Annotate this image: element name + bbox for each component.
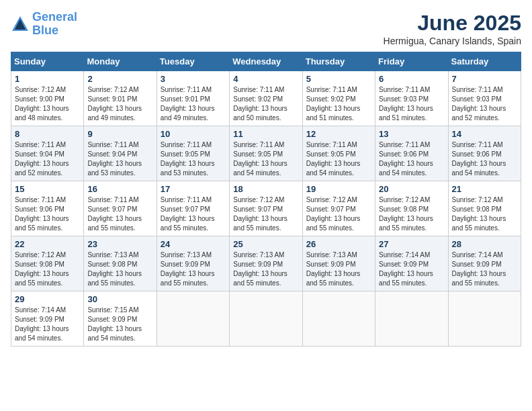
day-number: 6 [379, 74, 444, 84]
day-info: Sunrise: 7:11 AM Sunset: 9:07 PM Dayligh… [161, 195, 226, 233]
logo-text: General Blue [32, 11, 77, 38]
header-cell-tuesday: Tuesday [157, 52, 229, 71]
day-number: 8 [15, 129, 80, 139]
day-number: 7 [452, 74, 517, 84]
day-cell: 15 Sunrise: 7:11 AM Sunset: 9:06 PM Dayl… [11, 181, 84, 236]
week-row-3: 15 Sunrise: 7:11 AM Sunset: 9:06 PM Dayl… [11, 181, 521, 236]
day-cell: 11 Sunrise: 7:11 AM Sunset: 9:05 PM Dayl… [230, 126, 302, 181]
day-info: Sunrise: 7:11 AM Sunset: 9:05 PM Dayligh… [233, 140, 298, 178]
day-number: 13 [379, 129, 444, 139]
day-info: Sunrise: 7:12 AM Sunset: 9:07 PM Dayligh… [306, 195, 371, 233]
day-number: 14 [452, 129, 517, 139]
day-cell: 13 Sunrise: 7:11 AM Sunset: 9:06 PM Dayl… [375, 126, 448, 181]
day-cell: 26 Sunrise: 7:13 AM Sunset: 9:09 PM Dayl… [302, 236, 375, 291]
header-cell-monday: Monday [84, 52, 157, 71]
day-number: 24 [161, 239, 226, 249]
calendar-subtitle: Hermigua, Canary Islands, Spain [384, 36, 521, 46]
day-number: 27 [379, 239, 444, 249]
day-info: Sunrise: 7:12 AM Sunset: 9:07 PM Dayligh… [233, 195, 298, 233]
day-cell: 16 Sunrise: 7:11 AM Sunset: 9:07 PM Dayl… [84, 181, 157, 236]
day-cell [157, 291, 229, 347]
day-number: 21 [452, 184, 517, 194]
day-info: Sunrise: 7:11 AM Sunset: 9:02 PM Dayligh… [306, 85, 371, 123]
day-info: Sunrise: 7:11 AM Sunset: 9:01 PM Dayligh… [161, 85, 226, 123]
day-info: Sunrise: 7:12 AM Sunset: 9:00 PM Dayligh… [15, 85, 80, 123]
header: General Blue June 2025 Hermigua, Canary … [11, 11, 521, 46]
day-info: Sunrise: 7:13 AM Sunset: 9:08 PM Dayligh… [87, 250, 152, 288]
day-cell: 18 Sunrise: 7:12 AM Sunset: 9:07 PM Dayl… [230, 181, 302, 236]
day-info: Sunrise: 7:11 AM Sunset: 9:03 PM Dayligh… [452, 85, 517, 123]
day-info: Sunrise: 7:15 AM Sunset: 9:09 PM Dayligh… [87, 306, 152, 343]
day-info: Sunrise: 7:12 AM Sunset: 9:08 PM Dayligh… [452, 195, 517, 233]
day-number: 25 [233, 239, 298, 249]
day-info: Sunrise: 7:11 AM Sunset: 9:03 PM Dayligh… [379, 85, 444, 123]
day-cell: 1 Sunrise: 7:12 AM Sunset: 9:00 PM Dayli… [11, 71, 84, 126]
day-number: 18 [233, 184, 298, 194]
day-number: 29 [15, 294, 80, 304]
day-cell: 17 Sunrise: 7:11 AM Sunset: 9:07 PM Dayl… [157, 181, 229, 236]
day-cell [302, 291, 375, 347]
day-cell: 6 Sunrise: 7:11 AM Sunset: 9:03 PM Dayli… [375, 71, 448, 126]
day-info: Sunrise: 7:12 AM Sunset: 9:08 PM Dayligh… [379, 195, 444, 233]
day-cell: 19 Sunrise: 7:12 AM Sunset: 9:07 PM Dayl… [302, 181, 375, 236]
week-row-4: 22 Sunrise: 7:12 AM Sunset: 9:08 PM Dayl… [11, 236, 521, 291]
day-info: Sunrise: 7:11 AM Sunset: 9:06 PM Dayligh… [452, 140, 517, 178]
day-cell: 7 Sunrise: 7:11 AM Sunset: 9:03 PM Dayli… [448, 71, 521, 126]
day-number: 4 [233, 74, 298, 84]
day-info: Sunrise: 7:14 AM Sunset: 9:09 PM Dayligh… [379, 250, 444, 288]
day-number: 3 [161, 74, 226, 84]
day-cell: 4 Sunrise: 7:11 AM Sunset: 9:02 PM Dayli… [230, 71, 302, 126]
day-number: 23 [87, 239, 152, 249]
day-number: 5 [306, 74, 371, 84]
calendar-table: SundayMondayTuesdayWednesdayThursdayFrid… [11, 52, 521, 347]
day-info: Sunrise: 7:11 AM Sunset: 9:05 PM Dayligh… [161, 140, 226, 178]
header-row: SundayMondayTuesdayWednesdayThursdayFrid… [11, 52, 521, 71]
day-info: Sunrise: 7:14 AM Sunset: 9:09 PM Dayligh… [15, 306, 80, 343]
calendar-title: June 2025 [384, 11, 521, 36]
header-cell-friday: Friday [375, 52, 448, 71]
day-number: 22 [15, 239, 80, 249]
day-number: 9 [87, 129, 152, 139]
day-cell [375, 291, 448, 347]
day-number: 1 [15, 74, 80, 84]
day-info: Sunrise: 7:11 AM Sunset: 9:06 PM Dayligh… [15, 195, 80, 233]
day-info: Sunrise: 7:13 AM Sunset: 9:09 PM Dayligh… [161, 250, 226, 288]
day-number: 10 [161, 129, 226, 139]
day-cell: 14 Sunrise: 7:11 AM Sunset: 9:06 PM Dayl… [448, 126, 521, 181]
day-cell: 5 Sunrise: 7:11 AM Sunset: 9:02 PM Dayli… [302, 71, 375, 126]
day-number: 19 [306, 184, 371, 194]
logo: General Blue [11, 11, 77, 38]
day-number: 2 [87, 74, 152, 84]
week-row-1: 1 Sunrise: 7:12 AM Sunset: 9:00 PM Dayli… [11, 71, 521, 126]
day-info: Sunrise: 7:14 AM Sunset: 9:09 PM Dayligh… [452, 250, 517, 288]
day-info: Sunrise: 7:11 AM Sunset: 9:07 PM Dayligh… [87, 195, 152, 233]
day-number: 20 [379, 184, 444, 194]
day-cell: 22 Sunrise: 7:12 AM Sunset: 9:08 PM Dayl… [11, 236, 84, 291]
day-number: 15 [15, 184, 80, 194]
day-cell: 20 Sunrise: 7:12 AM Sunset: 9:08 PM Dayl… [375, 181, 448, 236]
day-number: 12 [306, 129, 371, 139]
day-number: 26 [306, 239, 371, 249]
day-info: Sunrise: 7:11 AM Sunset: 9:04 PM Dayligh… [87, 140, 152, 178]
day-cell: 24 Sunrise: 7:13 AM Sunset: 9:09 PM Dayl… [157, 236, 229, 291]
day-cell: 12 Sunrise: 7:11 AM Sunset: 9:05 PM Dayl… [302, 126, 375, 181]
day-number: 30 [87, 294, 152, 304]
day-cell: 30 Sunrise: 7:15 AM Sunset: 9:09 PM Dayl… [84, 291, 157, 347]
day-cell: 28 Sunrise: 7:14 AM Sunset: 9:09 PM Dayl… [448, 236, 521, 291]
header-cell-thursday: Thursday [302, 52, 375, 71]
day-cell: 10 Sunrise: 7:11 AM Sunset: 9:05 PM Dayl… [157, 126, 229, 181]
week-row-2: 8 Sunrise: 7:11 AM Sunset: 9:04 PM Dayli… [11, 126, 521, 181]
day-info: Sunrise: 7:12 AM Sunset: 9:08 PM Dayligh… [15, 250, 80, 288]
day-info: Sunrise: 7:11 AM Sunset: 9:02 PM Dayligh… [233, 85, 298, 123]
day-cell: 2 Sunrise: 7:12 AM Sunset: 9:01 PM Dayli… [84, 71, 157, 126]
title-area: June 2025 Hermigua, Canary Islands, Spai… [384, 11, 521, 46]
day-cell: 29 Sunrise: 7:14 AM Sunset: 9:09 PM Dayl… [11, 291, 84, 347]
day-info: Sunrise: 7:11 AM Sunset: 9:04 PM Dayligh… [15, 140, 80, 178]
day-cell [230, 291, 302, 347]
header-cell-wednesday: Wednesday [230, 52, 302, 71]
day-cell: 21 Sunrise: 7:12 AM Sunset: 9:08 PM Dayl… [448, 181, 521, 236]
day-cell: 3 Sunrise: 7:11 AM Sunset: 9:01 PM Dayli… [157, 71, 229, 126]
day-info: Sunrise: 7:12 AM Sunset: 9:01 PM Dayligh… [87, 85, 152, 123]
day-info: Sunrise: 7:13 AM Sunset: 9:09 PM Dayligh… [233, 250, 298, 288]
header-cell-saturday: Saturday [448, 52, 521, 71]
